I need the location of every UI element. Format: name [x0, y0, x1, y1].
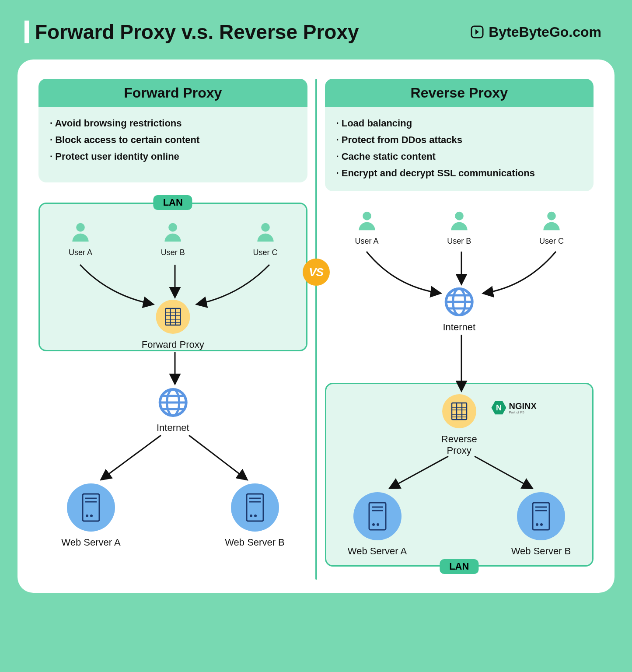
globe-icon: [444, 287, 475, 317]
reverse-heading: Reverse Proxy: [325, 79, 594, 107]
svg-point-29: [363, 212, 371, 220]
svg-point-30: [455, 212, 464, 220]
user-label: User C: [525, 237, 578, 246]
lan-tag: LAN: [440, 559, 478, 574]
user-icon: [161, 219, 185, 244]
svg-point-4: [156, 300, 190, 334]
user-icon: [447, 208, 471, 232]
forward-bullets: · Avoid browsing restrictions · Block ac…: [38, 107, 307, 182]
user-icon: [253, 219, 278, 244]
user-label: User A: [54, 248, 107, 257]
header: Forward Proxy v.s. Reverse Proxy ByteByt…: [0, 0, 632, 53]
proxy-label: Reverse Proxy: [441, 434, 477, 456]
proxy-server-icon: [156, 300, 190, 334]
svg-point-27: [250, 514, 252, 517]
page-title: Forward Proxy v.s. Reverse Proxy: [35, 20, 359, 44]
brand-logo: ByteByteGo.com: [469, 24, 601, 40]
reverse-servers: Web Server A Web Server B: [325, 492, 594, 557]
user-icon: [68, 219, 93, 244]
nginx-text: NGINX: [509, 402, 536, 410]
forward-diagram: LAN User A User B User C: [38, 195, 307, 571]
user-node: User C: [239, 219, 292, 257]
nginx-badge: N NGINX Part of F5: [491, 400, 536, 415]
user-node: User C: [525, 208, 578, 246]
reverse-proxy-node: Reverse Proxy: [441, 394, 477, 456]
user-label: User A: [341, 237, 393, 246]
svg-point-17: [67, 483, 115, 532]
server-label: Web Server A: [338, 546, 417, 557]
svg-point-28: [254, 514, 257, 517]
brand-icon: [469, 24, 485, 40]
user-node: User B: [433, 208, 485, 246]
svg-point-50: [377, 523, 379, 526]
brand-text: ByteByteGo.com: [489, 24, 601, 40]
reverse-panel: Reverse Proxy · Load balancing · Protect…: [325, 79, 594, 191]
reverse-bullet: · Encrypt and decrypt SSL communications: [336, 165, 583, 182]
forward-heading: Forward Proxy: [38, 79, 307, 107]
title-bar: Forward Proxy v.s. Reverse Proxy: [24, 20, 359, 44]
reverse-bullets: · Load balancing · Protect from DDos att…: [325, 107, 594, 191]
server-node: Web Server B: [502, 492, 580, 557]
reverse-bullet: · Load balancing: [336, 115, 583, 132]
nginx-hex-icon: N: [491, 400, 506, 415]
forward-proxy-column: Forward Proxy · Avoid browsing restricti…: [31, 79, 315, 580]
server-label: Web Server B: [502, 546, 580, 557]
proxy-server-icon: [442, 394, 476, 428]
forward-users: User A User B User C: [38, 219, 307, 257]
server-node: Web Server A: [52, 483, 130, 548]
lan-tag: LAN: [154, 195, 192, 210]
svg-point-2: [168, 223, 177, 232]
proxy-label: Forward Proxy: [142, 339, 204, 350]
globe-icon: [157, 387, 188, 418]
server-tower-icon: [517, 492, 565, 540]
server-tower-icon: [231, 483, 279, 532]
server-node: Web Server A: [338, 492, 417, 557]
svg-point-51: [517, 492, 565, 540]
user-label: User B: [433, 237, 485, 246]
forward-bullet: · Block access to certain content: [50, 132, 296, 148]
svg-point-3: [261, 223, 270, 232]
svg-point-49: [372, 523, 375, 526]
server-label: Web Server B: [216, 537, 294, 548]
svg-point-31: [547, 212, 556, 220]
internet-label: Internet: [443, 322, 475, 333]
svg-point-56: [540, 523, 543, 526]
reverse-internet-node: Internet: [443, 287, 475, 333]
reverse-proxy-column: Reverse Proxy · Load balancing · Protect…: [317, 79, 602, 580]
user-label: User C: [239, 248, 292, 257]
user-node: User A: [341, 208, 393, 246]
forward-servers: Web Server A Web Server B: [38, 483, 307, 548]
comparison-card: Forward Proxy · Avoid browsing restricti…: [17, 60, 615, 593]
reverse-users: User A User B User C: [325, 208, 594, 246]
forward-bullet: · Protect user identity online: [50, 148, 296, 165]
vs-badge: VS: [303, 259, 330, 286]
server-tower-icon: [67, 483, 115, 532]
svg-point-22: [90, 514, 93, 517]
nginx-subtext: Part of F5: [509, 410, 536, 414]
svg-point-37: [442, 394, 476, 428]
reverse-diagram: User A User B User C: [325, 203, 594, 580]
svg-point-23: [231, 483, 279, 532]
user-node: User A: [54, 219, 107, 257]
forward-internet-node: Internet: [157, 387, 189, 434]
title-accent: [24, 21, 29, 43]
server-tower-icon: [353, 492, 402, 540]
user-node: User B: [147, 219, 199, 257]
server-node: Web Server B: [216, 483, 294, 548]
user-label: User B: [147, 248, 199, 257]
svg-point-55: [536, 523, 538, 526]
forward-proxy-node: Forward Proxy: [142, 300, 204, 350]
user-icon: [355, 208, 379, 232]
user-icon: [539, 208, 564, 232]
svg-point-21: [86, 514, 88, 517]
svg-point-45: [353, 492, 402, 540]
server-label: Web Server A: [52, 537, 130, 548]
svg-point-1: [76, 223, 85, 232]
internet-label: Internet: [157, 422, 189, 434]
reverse-bullet: · Protect from DDos attacks: [336, 132, 583, 148]
forward-panel: Forward Proxy · Avoid browsing restricti…: [38, 79, 307, 182]
forward-bullet: · Avoid browsing restrictions: [50, 115, 296, 132]
reverse-bullet: · Cache static content: [336, 148, 583, 165]
